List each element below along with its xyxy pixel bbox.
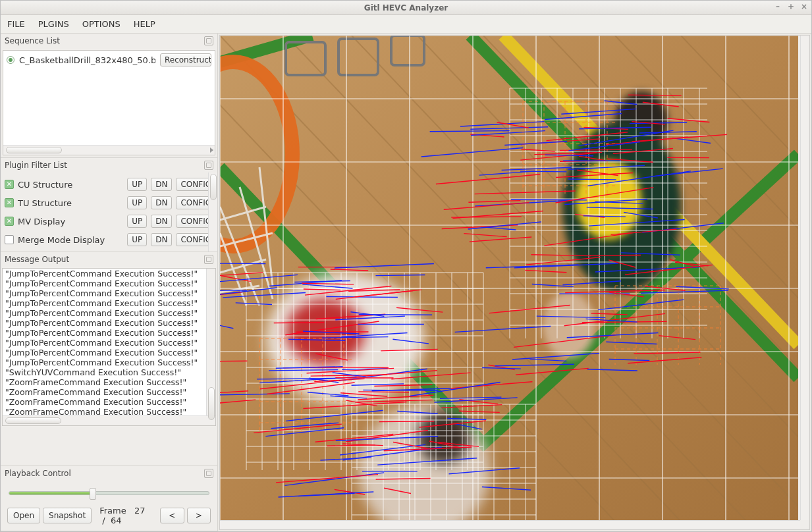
- panel-playback: Playback Control Open Snapshot Frame 27 …: [1, 466, 217, 531]
- detach-icon[interactable]: [204, 161, 213, 170]
- plugin-row: Merge Mode DisplayUPDNCONFIG: [3, 230, 217, 249]
- close-icon[interactable]: ×: [799, 2, 809, 11]
- svg-line-310: [379, 421, 435, 422]
- plugin-row: CU StructureUPDNCONFIG: [3, 175, 217, 194]
- sequence-hscroll[interactable]: [3, 145, 215, 155]
- sequence-list: C_BasketballDrill_832x480_50.bin Reconst…: [3, 50, 215, 155]
- sidebar: Sequence List C_BasketballDrill_832x480_…: [1, 34, 218, 531]
- message-line: "JumpToPercentCommand Execution Success!…: [3, 348, 215, 358]
- message-hscroll[interactable]: [3, 415, 215, 425]
- svg-line-223: [220, 263, 265, 264]
- plugin-label: Merge Mode Display: [18, 235, 123, 245]
- message-line: "JumpToPercentCommand Execution Success!…: [3, 308, 215, 318]
- plugin-up-button[interactable]: UP: [127, 233, 147, 246]
- detach-icon[interactable]: [204, 255, 213, 264]
- plugin-row: TU StructureUPDNCONFIG: [3, 194, 217, 212]
- detach-icon[interactable]: [204, 36, 213, 45]
- message-line: "ZoomFrameCommand Execution Success!": [3, 407, 215, 415]
- plugin-checkbox[interactable]: [5, 217, 14, 226]
- plugin-label: TU Structure: [18, 198, 123, 208]
- svg-line-250: [358, 392, 409, 392]
- viewer-vscroll[interactable]: [800, 36, 809, 520]
- prev-frame-button[interactable]: <: [160, 508, 184, 523]
- message-line: "JumpToPercentCommand Execution Success!…: [3, 298, 215, 308]
- message-line: "JumpToPercentCommand Execution Success!…: [3, 269, 215, 279]
- plugin-row: MV DisplayUPDNCONFIG: [3, 212, 217, 230]
- panel-sequence-title: Sequence List: [5, 36, 60, 45]
- plugin-label: CU Structure: [18, 180, 123, 190]
- frame-label: Frame 27 / 64: [99, 506, 153, 525]
- plugin-down-button[interactable]: DN: [151, 233, 172, 246]
- menu-help[interactable]: HELP: [134, 19, 155, 29]
- menu-file[interactable]: FILE: [7, 19, 25, 29]
- minimize-icon[interactable]: –: [773, 2, 782, 11]
- message-line: "JumpToPercentCommand Execution Success!…: [3, 288, 215, 298]
- panel-plugins-title: Plugin Filter List: [5, 161, 67, 170]
- sequence-mode-button[interactable]: Reconstructe: [160, 53, 211, 66]
- sequence-name: C_BasketballDrill_832x480_50.bin: [19, 55, 155, 65]
- message-line: "ZoomFrameCommand Execution Success!": [3, 387, 215, 397]
- message-line: "JumpToPercentCommand Execution Success!…: [3, 358, 215, 367]
- panel-messages-title: Message Output: [5, 255, 69, 264]
- message-line: "JumpToPercentCommand Execution Success!…: [3, 279, 215, 288]
- plugin-label: MV Display: [18, 217, 123, 226]
- menu-options[interactable]: OPTIONS: [82, 19, 121, 29]
- frame-viewer[interactable]: [219, 35, 810, 530]
- titlebar: Gitl HEVC Analyzer – + ×: [1, 1, 811, 15]
- plugin-up-button[interactable]: UP: [127, 215, 147, 228]
- plugin-down-button[interactable]: DN: [151, 178, 172, 191]
- viewer-hscroll[interactable]: [220, 520, 800, 529]
- plugin-up-button[interactable]: UP: [127, 178, 147, 191]
- plugin-vscroll[interactable]: [208, 173, 217, 252]
- message-line: "JumpToPercentCommand Execution Success!…: [3, 318, 215, 328]
- panel-playback-title: Playback Control: [5, 469, 71, 478]
- panel-sequence: Sequence List C_BasketballDrill_832x480_…: [1, 34, 217, 158]
- sequence-row[interactable]: C_BasketballDrill_832x480_50.bin Reconst…: [3, 51, 215, 69]
- plugin-up-button[interactable]: UP: [127, 196, 147, 209]
- plugin-checkbox[interactable]: [5, 198, 14, 207]
- window-title: Gitl HEVC Analyzer: [364, 3, 448, 13]
- frame-canvas: [220, 36, 798, 521]
- menubar: FILE PLGINS OPTIONS HELP: [1, 15, 811, 34]
- message-line: "ZoomFrameCommand Execution Success!": [3, 377, 215, 387]
- panel-plugins: Plugin Filter List CU StructureUPDNCONFI…: [1, 158, 217, 252]
- svg-line-372: [589, 255, 641, 256]
- panel-messages: Message Output "JumpToPercentCommand Exe…: [1, 252, 217, 466]
- plugin-down-button[interactable]: DN: [151, 215, 172, 228]
- maximize-icon[interactable]: +: [786, 2, 796, 11]
- plugin-down-button[interactable]: DN: [151, 196, 172, 209]
- app-window: Gitl HEVC Analyzer – + × FILE PLGINS OPT…: [0, 0, 812, 532]
- next-frame-button[interactable]: >: [187, 508, 211, 523]
- message-vscroll[interactable]: [206, 269, 215, 415]
- svg-rect-0: [220, 36, 798, 521]
- message-output: "JumpToPercentCommand Execution Success!…: [2, 268, 216, 426]
- sequence-radio-icon[interactable]: [7, 56, 14, 64]
- plugin-list: CU StructureUPDNCONFIGTU StructureUPDNCO…: [1, 173, 217, 252]
- open-button[interactable]: Open: [7, 508, 40, 523]
- plugin-checkbox[interactable]: [5, 180, 14, 189]
- svg-line-173: [568, 179, 616, 180]
- plugin-checkbox[interactable]: [5, 235, 14, 244]
- message-line: "ZoomFrameCommand Execution Success!": [3, 397, 215, 407]
- slider-handle[interactable]: [90, 488, 96, 500]
- message-line: "SwitchYUVCommand Execution Success!": [3, 367, 215, 377]
- detach-icon[interactable]: [204, 469, 213, 478]
- playback-slider[interactable]: [9, 491, 209, 495]
- menu-plugins[interactable]: PLGINS: [38, 19, 69, 29]
- snapshot-button[interactable]: Snapshot: [43, 508, 92, 523]
- message-line: "JumpToPercentCommand Execution Success!…: [3, 338, 215, 348]
- message-line: "JumpToPercentCommand Execution Success!…: [3, 328, 215, 338]
- svg-line-228: [274, 323, 324, 323]
